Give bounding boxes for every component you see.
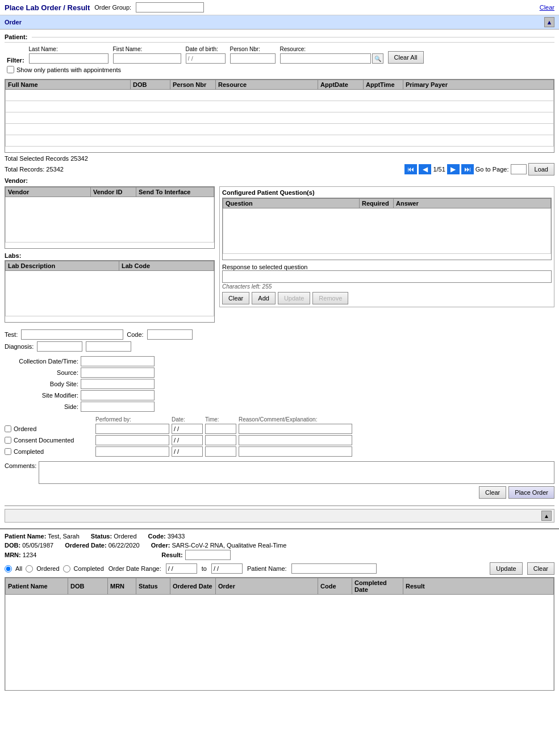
col-resource: Resource xyxy=(216,80,318,90)
bottom-patient-name-label: Patient Name: xyxy=(247,565,287,572)
col-person-nbr: Person Nbr xyxy=(170,80,216,90)
goto-input[interactable] xyxy=(511,164,527,174)
labs-col-code: Lab Code xyxy=(119,261,214,271)
test-row: Test: Code: xyxy=(5,329,554,340)
col-primary-payer: Primary Payer xyxy=(403,80,554,90)
clear-all-btn[interactable]: Clear All xyxy=(388,51,424,64)
date-range-end[interactable] xyxy=(211,563,243,574)
completed-row: Completed xyxy=(5,446,554,457)
page-title: Place Lab Order / Result xyxy=(5,3,90,12)
site-modifier-row: Site Modifier: xyxy=(5,390,554,400)
vendor-col-vendor: Vendor xyxy=(6,187,91,197)
ordered-performed-by[interactable] xyxy=(95,424,169,434)
diagnosis-input2[interactable] xyxy=(86,341,131,352)
completed-date[interactable] xyxy=(172,446,203,457)
order-group-input[interactable] xyxy=(136,2,204,12)
source-row: Source: xyxy=(5,367,554,378)
consent-checkbox[interactable] xyxy=(5,437,11,444)
patient-table-container[interactable]: Full Name DOB Person Nbr Resource ApptDa… xyxy=(5,79,554,153)
resource-input[interactable] xyxy=(280,53,371,64)
ordered-time[interactable] xyxy=(205,424,236,434)
completed-time[interactable] xyxy=(205,446,236,457)
col-appt-time: ApptTime xyxy=(364,80,403,90)
bottom-clear-btn[interactable]: Clear xyxy=(527,562,554,575)
patient-info-row3: MRN: 1234 Result: xyxy=(5,550,554,560)
vendor-table-container[interactable]: Vendor Vendor ID Send To Interface xyxy=(5,186,215,249)
ordered-label: Ordered xyxy=(14,425,93,432)
diagnosis-row: Diagnosis: xyxy=(5,341,554,352)
col-appt-date: ApptDate xyxy=(318,80,364,90)
response-label: Response to selected question xyxy=(222,264,552,270)
person-nbr-input[interactable] xyxy=(230,53,276,64)
source-input[interactable] xyxy=(81,367,155,378)
labs-table-container[interactable]: Lab Description Lab Code xyxy=(5,260,215,323)
prev-page-btn[interactable]: ◀ xyxy=(419,164,431,174)
load-btn[interactable]: Load xyxy=(528,163,554,176)
comments-textarea[interactable] xyxy=(39,461,554,484)
first-page-btn[interactable]: ⏮ xyxy=(404,164,417,174)
top-clear-link[interactable]: Clear xyxy=(540,4,554,11)
completed-reason[interactable] xyxy=(239,446,352,457)
questions-btn-row: Clear Add Update Remove xyxy=(222,292,552,304)
code-input[interactable] xyxy=(147,329,193,340)
questions-remove-btn[interactable]: Remove xyxy=(312,292,348,304)
comments-btn-row: Clear Place Order xyxy=(5,486,554,499)
date-range-start[interactable] xyxy=(166,563,197,574)
completed-checkbox[interactable] xyxy=(5,448,11,455)
order-info-label: Order: xyxy=(151,542,170,549)
body-site-input[interactable] xyxy=(81,379,155,389)
radio-completed-label: Completed xyxy=(74,565,104,572)
vendor-table-header: Vendor Vendor ID Send To Interface xyxy=(6,187,214,197)
bottom-update-btn[interactable]: Update xyxy=(490,562,522,575)
comments-clear-btn[interactable]: Clear xyxy=(479,486,506,499)
questions-table-container[interactable]: Question Required Answer xyxy=(222,198,552,260)
radio-all[interactable] xyxy=(5,565,12,573)
results-table-container[interactable]: Patient Name DOB MRN Status Ordered Date… xyxy=(5,577,554,691)
side-input[interactable] xyxy=(81,402,155,412)
consent-performed-by[interactable] xyxy=(95,435,169,445)
last-page-btn[interactable]: ⏭ xyxy=(461,164,474,174)
questions-clear-btn[interactable]: Clear xyxy=(222,292,249,304)
collection-section: Collection Date/Time: Source: Body Site:… xyxy=(5,356,554,412)
questions-add-btn[interactable]: Add xyxy=(252,292,276,304)
diagnosis-input1[interactable] xyxy=(37,341,82,352)
radio-ordered[interactable] xyxy=(26,565,33,573)
last-name-input[interactable] xyxy=(29,53,109,64)
completed-performed-by[interactable] xyxy=(95,446,169,457)
order-collapse-btn[interactable]: ▲ xyxy=(544,17,554,27)
place-order-btn[interactable]: Place Order xyxy=(508,486,554,499)
ordered-checkbox[interactable] xyxy=(5,425,11,432)
vendor-label: Vendor: xyxy=(5,177,554,184)
site-modifier-input[interactable] xyxy=(81,390,155,400)
resource-search-btn[interactable]: 🔍 xyxy=(372,53,383,64)
consent-date[interactable] xyxy=(172,435,203,445)
bottom-collapse-btn[interactable]: ▲ xyxy=(541,511,552,521)
code-info-label: Code: xyxy=(148,533,166,540)
res-col-patient: Patient Name xyxy=(6,578,68,595)
next-page-btn[interactable]: ▶ xyxy=(447,164,460,174)
first-name-input[interactable] xyxy=(113,53,181,64)
consent-reason[interactable] xyxy=(239,435,352,445)
collection-datetime-input[interactable] xyxy=(81,356,155,366)
ordered-date[interactable] xyxy=(172,424,203,434)
test-input[interactable] xyxy=(21,329,123,340)
status-label: Status: xyxy=(91,533,112,540)
patient-table-body xyxy=(6,90,554,147)
labs-table-body xyxy=(6,271,214,316)
show-appts-label: Show only patients with appointments xyxy=(16,66,121,73)
patient-info-row2: DOB: 05/05/1987 Ordered Date: 06/22/2020… xyxy=(5,542,554,549)
consent-time[interactable] xyxy=(205,435,236,445)
ordered-reason[interactable] xyxy=(239,424,352,434)
test-label: Test: xyxy=(5,331,18,338)
patient-name-info: Patient Name: Test, Sarah xyxy=(5,533,80,540)
res-col-completed-date: Completed Date xyxy=(352,578,403,595)
labs-table-header: Lab Description Lab Code xyxy=(6,261,214,271)
result-input[interactable] xyxy=(185,550,231,560)
dob-input[interactable] xyxy=(186,53,226,64)
response-input[interactable] xyxy=(222,270,552,283)
show-appts-checkbox[interactable] xyxy=(7,66,14,73)
radio-completed[interactable] xyxy=(63,565,70,573)
questions-update-btn[interactable]: Update xyxy=(278,292,310,304)
total-selected: Total Selected Records 25342 xyxy=(5,155,554,162)
bottom-patient-name-input[interactable] xyxy=(291,563,377,574)
